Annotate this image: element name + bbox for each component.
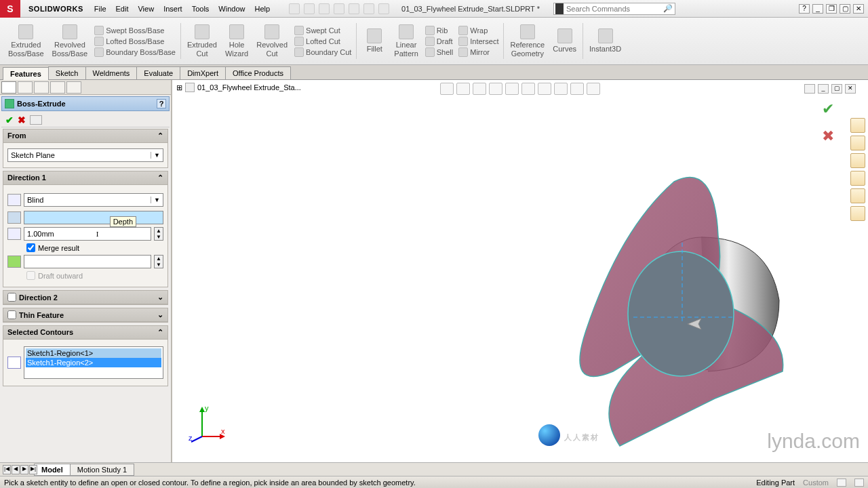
maximize-icon[interactable]: ▢: [840, 4, 850, 14]
appearances-tab-icon[interactable]: [850, 188, 865, 203]
view-settings-icon[interactable]: [587, 83, 600, 95]
flyout-tree[interactable]: ⊞ 01_03_Flywheel Extrude_Sta...: [176, 83, 301, 92]
zoom-fit-icon[interactable]: [440, 83, 454, 95]
qat-options-icon[interactable]: [378, 3, 389, 14]
draft-outward-checkbox[interactable]: Draft outward: [26, 271, 163, 280]
first-tab-icon[interactable]: |◀: [3, 465, 11, 474]
qat-save-icon[interactable]: [319, 3, 330, 14]
section-view-icon[interactable]: [489, 83, 502, 95]
model-tab[interactable]: Model: [34, 464, 71, 476]
contour-item-2[interactable]: Sketch1-Region<2>: [26, 358, 161, 367]
mirror-button[interactable]: Mirror: [458, 47, 498, 57]
vp-min-icon[interactable]: _: [818, 84, 829, 94]
direction-vector-icon[interactable]: [7, 211, 21, 224]
ref-geometry-button[interactable]: ReferenceGeometry: [506, 19, 549, 63]
collapse-icon[interactable]: ⌃: [157, 328, 163, 337]
tab-office[interactable]: Office Products: [225, 66, 291, 79]
view-palette-tab-icon[interactable]: [850, 171, 865, 186]
search-commands[interactable]: 🔎: [553, 3, 675, 15]
pm-direction2-group[interactable]: Direction 2⌄: [3, 290, 168, 305]
lofted-cut-button[interactable]: Lofted Cut: [294, 37, 351, 46]
last-tab-icon[interactable]: ▶|: [29, 465, 37, 474]
pm-thin-group[interactable]: Thin Feature⌄: [3, 308, 168, 323]
config-manager-tab-icon[interactable]: [34, 81, 49, 94]
tab-features[interactable]: Features: [3, 67, 49, 80]
qat-print-icon[interactable]: [334, 3, 344, 14]
display-manager-tab-icon[interactable]: [66, 81, 81, 94]
prev-tab-icon[interactable]: ◀: [12, 465, 20, 474]
fillet-button[interactable]: Fillet: [359, 19, 390, 63]
rib-button[interactable]: Rib: [425, 26, 453, 35]
qat-rebuild-icon[interactable]: [363, 3, 374, 14]
swept-cut-button[interactable]: Swept Cut: [294, 26, 351, 35]
reverse-direction-icon[interactable]: [7, 194, 21, 206]
pm-cancel-button[interactable]: ✖: [18, 115, 26, 125]
direction-vector-field[interactable]: [24, 211, 163, 224]
next-tab-icon[interactable]: ▶: [20, 465, 28, 474]
minimize-icon[interactable]: _: [812, 4, 823, 14]
linear-pattern-button[interactable]: LinearPattern: [390, 19, 422, 63]
menu-window[interactable]: Window: [218, 5, 245, 13]
vp-max-icon[interactable]: ▢: [831, 84, 842, 94]
revolved-boss-button[interactable]: RevolvedBoss/Base: [48, 19, 92, 63]
draft-spinner[interactable]: ▲▼: [154, 255, 163, 268]
pm-ok-button[interactable]: ✔: [5, 115, 14, 125]
graphics-viewport[interactable]: ⊞ 01_03_Flywheel Extrude_Sta... _ ▢ ✕ ✔ …: [172, 80, 868, 469]
extruded-cut-button[interactable]: ExtrudedCut: [183, 19, 221, 63]
menu-help[interactable]: Help: [254, 5, 270, 13]
status-unit[interactable]: Custom: [803, 479, 829, 487]
restore-icon[interactable]: ❐: [826, 4, 837, 14]
display-style-icon[interactable]: [521, 83, 535, 95]
view-triad[interactable]: y x z: [189, 403, 229, 443]
corner-cancel-button[interactable]: ✖: [822, 127, 834, 145]
draft-field[interactable]: [24, 255, 151, 268]
contour-item-1[interactable]: Sketch1-Region<1>: [26, 348, 161, 358]
tab-dimxpert[interactable]: DimXpert: [180, 66, 226, 79]
hide-show-icon[interactable]: [538, 83, 551, 95]
instant3d-button[interactable]: Instant3D: [585, 19, 625, 63]
vp-link-icon[interactable]: [804, 84, 815, 94]
contours-list[interactable]: Sketch1-Region<1> Sketch1-Region<2>: [24, 346, 163, 379]
edit-appearance-icon[interactable]: [554, 83, 568, 95]
property-manager-tab-icon[interactable]: [18, 81, 33, 94]
menu-file[interactable]: File: [94, 5, 106, 13]
corner-ok-button[interactable]: ✔: [822, 100, 834, 118]
from-dropdown[interactable]: Sketch Plane▼: [7, 148, 163, 162]
file-explorer-tab-icon[interactable]: [850, 153, 865, 168]
apply-scene-icon[interactable]: [570, 83, 584, 95]
merge-result-checkbox[interactable]: Merge result: [26, 243, 163, 252]
search-input[interactable]: [565, 5, 661, 13]
help-icon[interactable]: ?: [799, 4, 810, 14]
boundary-boss-button[interactable]: Boundary Boss/Base: [94, 47, 176, 57]
menu-edit[interactable]: Edit: [116, 5, 129, 13]
status-icon-2[interactable]: [854, 479, 864, 487]
vp-close-icon[interactable]: ✕: [845, 84, 856, 94]
qat-new-icon[interactable]: [289, 3, 300, 14]
boundary-cut-button[interactable]: Boundary Cut: [294, 47, 351, 57]
design-library-tab-icon[interactable]: [850, 136, 865, 150]
menu-insert[interactable]: Insert: [163, 5, 182, 13]
tree-expand-icon[interactable]: ⊞: [176, 83, 182, 92]
menu-view[interactable]: View: [138, 5, 154, 13]
motion-study-tab[interactable]: Motion Study 1: [70, 464, 134, 476]
view-orientation-icon[interactable]: [505, 83, 519, 95]
collapse-icon[interactable]: ⌃: [157, 174, 163, 182]
draft-icon[interactable]: [7, 256, 21, 268]
menu-tools[interactable]: Tools: [192, 5, 210, 13]
hole-wizard-button[interactable]: HoleWizard: [221, 19, 252, 63]
tab-sketch[interactable]: Sketch: [48, 66, 86, 79]
zoom-area-icon[interactable]: [456, 83, 470, 95]
dimxpert-manager-tab-icon[interactable]: [50, 81, 65, 94]
tab-evaluate[interactable]: Evaluate: [136, 66, 180, 79]
close-icon[interactable]: ✕: [853, 4, 864, 14]
depth-input[interactable]: 1.00mmI: [24, 227, 151, 241]
lofted-boss-button[interactable]: Lofted Boss/Base: [94, 37, 176, 46]
resources-tab-icon[interactable]: [850, 118, 865, 133]
qat-open-icon[interactable]: [304, 3, 315, 14]
search-glass-icon[interactable]: 🔎: [661, 4, 675, 13]
expand-icon[interactable]: ⌄: [157, 293, 163, 302]
revolved-cut-button[interactable]: RevolvedCut: [252, 19, 292, 63]
extruded-boss-button[interactable]: ExtrudedBoss/Base: [4, 19, 48, 63]
tab-weldments[interactable]: Weldments: [85, 66, 138, 79]
pm-help-icon[interactable]: ?: [157, 99, 166, 108]
